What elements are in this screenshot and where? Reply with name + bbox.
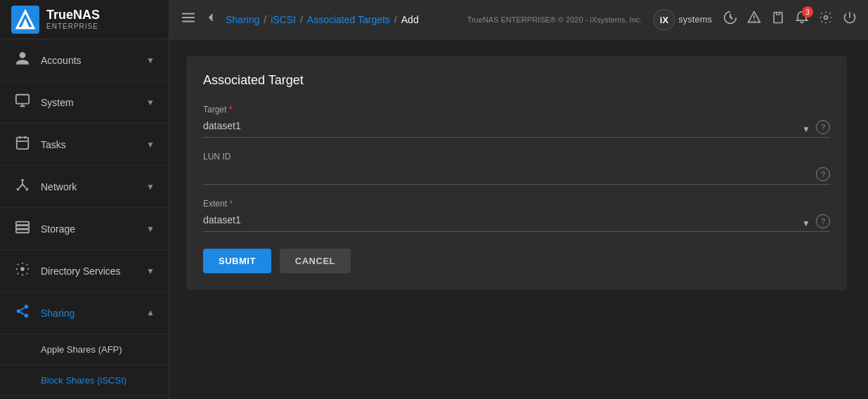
accounts-label: Accounts [41,55,82,66]
extent-help-icon[interactable]: ? [816,214,830,228]
settings-icon[interactable] [819,11,833,28]
storage-icon [14,219,31,238]
svg-point-11 [20,267,25,271]
extent-required: * [229,199,233,209]
notifications-icon[interactable]: 3 [795,11,809,28]
sidebar-subitem-block-shares[interactable]: Block Shares (iSCSI) [0,365,169,396]
lun-id-help-icon[interactable]: ? [816,167,830,181]
extent-select[interactable]: dataset1 [203,211,796,228]
submit-button[interactable]: SUBMIT [203,249,271,273]
content: Associated Target Target * dataset1 ▼ ? [169,39,868,399]
network-icon [14,177,31,196]
network-arrow: ▼ [146,182,155,192]
power-icon[interactable] [843,11,857,28]
associated-target-card: Associated Target Target * dataset1 ▼ ? [186,56,847,290]
logo-text: TrueNAS ENTERPRISE [46,8,100,30]
breadcrumb-sep-2: / [300,14,303,25]
sidebar: TrueNAS ENTERPRISE Accounts ▼ System ▼ T… [0,0,169,399]
directory-services-arrow: ▼ [146,266,155,276]
target-field-row: dataset1 ▼ ? [203,117,830,138]
tasks-label: Tasks [41,139,66,150]
svg-text:iX: iX [660,15,669,25]
tasks-arrow: ▼ [146,140,155,150]
network-label: Network [41,181,77,192]
sharing-label: Sharing [41,308,75,319]
sharing-icon [14,303,31,322]
sidebar-subitem-apple-shares[interactable]: Apple Shares (AFP) [0,334,169,365]
logo-truenas: TrueNAS [46,8,100,22]
svg-point-13 [17,309,21,313]
sidebar-item-network[interactable]: Network ▼ [0,166,169,208]
storage-arrow: ▼ [146,224,155,234]
directory-services-icon [14,261,31,280]
lun-id-label: LUN ID [203,152,830,162]
sidebar-item-system[interactable]: System ▼ [0,81,169,124]
apple-shares-label: Apple Shares (AFP) [41,344,122,355]
breadcrumb-sep-3: / [394,14,397,25]
cancel-button[interactable]: CANCEL [280,249,351,273]
topbar-right: TrueNAS ENTERPRISE® © 2020 - iXsystems, … [467,8,857,31]
notification-badge: 3 [802,6,813,18]
target-select[interactable]: dataset1 [203,117,796,134]
update-icon[interactable] [723,11,737,28]
svg-point-18 [824,16,828,20]
target-field: Target * dataset1 ▼ ? [203,105,830,138]
logo-enterprise: ENTERPRISE [46,22,100,30]
clipboard-icon[interactable] [771,11,785,28]
svg-point-14 [25,314,29,318]
svg-point-12 [25,305,29,309]
breadcrumb-iscsi[interactable]: iSCSI [271,14,296,25]
sidebar-item-tasks[interactable]: Tasks ▼ [0,124,169,166]
svg-point-7 [26,188,29,191]
ix-logo: iX systems [653,8,712,31]
alert-icon[interactable] [747,11,761,28]
storage-label: Storage [41,223,75,235]
svg-rect-17 [774,13,782,23]
sidebar-subitem-unix-shares[interactable]: Unix Shares (NFS) [0,396,169,399]
lun-id-field-row: ? [203,164,830,185]
target-required: * [229,105,233,115]
sidebar-logo: TrueNAS ENTERPRISE [0,0,169,39]
system-icon [14,93,31,112]
accounts-arrow: ▼ [146,55,155,65]
svg-rect-3 [16,95,29,104]
sidebar-item-storage[interactable]: Storage ▼ [0,208,169,250]
svg-rect-10 [16,230,29,233]
sharing-arrow: ▼ [146,308,155,318]
target-help-icon[interactable]: ? [816,120,830,134]
sidebar-item-accounts[interactable]: Accounts ▼ [0,39,169,81]
breadcrumb-associated-targets[interactable]: Associated Targets [307,14,390,25]
svg-rect-9 [16,225,29,229]
directory-services-label: Directory Services [41,266,121,277]
sidebar-item-sharing[interactable]: Sharing ▼ [0,292,169,334]
extent-label: Extent * [203,199,830,209]
svg-point-5 [21,179,24,182]
target-label: Target * [203,105,830,115]
ix-logo-icon: iX [653,8,675,31]
ix-systems-text: systems [678,14,712,25]
sidebar-item-directory-services[interactable]: Directory Services ▼ [0,250,169,292]
breadcrumb-sep-1: / [264,14,266,25]
tasks-icon [14,135,31,154]
main-area: Sharing / iSCSI / Associated Targets / A… [169,0,868,399]
block-shares-label: Block Shares (iSCSI) [41,375,127,386]
topbar: Sharing / iSCSI / Associated Targets / A… [169,0,868,39]
back-icon[interactable] [205,11,217,27]
form-actions: SUBMIT CANCEL [203,249,830,273]
breadcrumb-sharing[interactable]: Sharing [226,14,259,25]
breadcrumb-add: Add [401,14,419,25]
accounts-icon [14,51,31,70]
card-title: Associated Target [203,73,830,88]
extent-dropdown-arrow: ▼ [802,218,810,228]
svg-rect-4 [17,138,29,150]
copyright-text: TrueNAS ENTERPRISE® © 2020 - iXsystems, … [467,15,642,24]
menu-icon[interactable] [181,10,196,29]
extent-field: Extent * dataset1 ▼ ? [203,199,830,232]
lun-id-input[interactable] [203,164,810,181]
system-label: System [41,97,74,108]
topbar-icons: 3 [723,11,857,28]
breadcrumb: Sharing / iSCSI / Associated Targets / A… [226,14,419,25]
lun-id-field: LUN ID ? [203,152,830,185]
svg-rect-8 [16,222,29,225]
svg-point-6 [17,188,20,191]
